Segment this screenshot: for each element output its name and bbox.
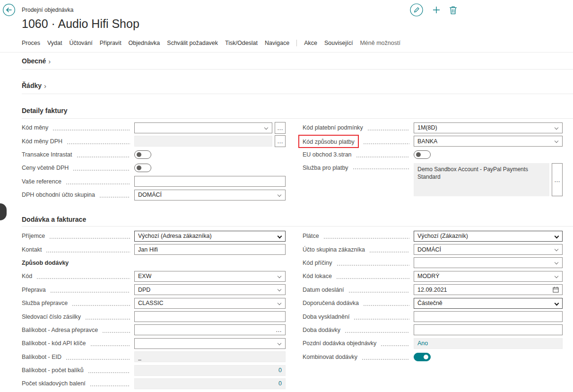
- dotted-leader: [99, 197, 130, 198]
- lookup-ellipsis-icon[interactable]: …: [276, 326, 282, 333]
- outbound-whse-time-label: Doba vyskladnění: [303, 314, 349, 320]
- balikobot-package-count-label: Balíkobot - počet balíků: [22, 367, 84, 374]
- menu-mene-moznosti[interactable]: Méně možností: [360, 40, 400, 46]
- menu-vydat[interactable]: Vydat: [47, 40, 62, 46]
- payment-service-assist-button[interactable]: …: [552, 163, 563, 196]
- customer-posting-group-label: Účto skupina zákazníka: [303, 246, 365, 253]
- vat-currency-code-field: [134, 136, 272, 147]
- breadcrumb[interactable]: Prodejní objednávka: [22, 7, 73, 13]
- section-divider: [22, 226, 573, 226]
- field-row-payment-terms: Kód platební podmínky 1M(8D): [303, 121, 563, 134]
- field-row-ship-to: Příjemce Výchozí (Adresa zákazníka): [22, 229, 286, 243]
- field-row-reason-code: Kód příčiny: [303, 256, 563, 270]
- chevron-down-icon: [555, 274, 559, 279]
- chevron-right-icon: ›: [44, 82, 46, 89]
- payment-terms-combobox[interactable]: 1M(8D): [414, 122, 563, 133]
- menu-navigace[interactable]: Navigace: [265, 40, 289, 46]
- ship-to-select[interactable]: Výchozí (Adresa zákazníka): [134, 231, 286, 242]
- section-obecne[interactable]: Obecné ›: [22, 57, 51, 65]
- reason-code-combobox[interactable]: [414, 257, 563, 268]
- vat-bus-group-combobox[interactable]: DOMÁCÍ: [134, 190, 286, 200]
- shipment-date-input[interactable]: 12.09.2021: [414, 284, 563, 295]
- dotted-leader: [363, 305, 409, 306]
- field-row-shipping-time: Doba dodávky: [303, 323, 563, 337]
- menu-divider: [296, 40, 297, 46]
- calendar-icon[interactable]: [553, 287, 559, 293]
- sales-order-page: Prodejní objednávka 1060 · Audio Hifi Sh…: [0, 0, 573, 392]
- field-row-bill-to: Plátce Výchozí (Zákazník): [303, 229, 563, 243]
- payment-method-combobox[interactable]: BANKA: [414, 136, 563, 147]
- agent-service-combobox[interactable]: CLASSIC: [134, 298, 286, 309]
- balikobot-address-input[interactable]: …: [134, 324, 286, 335]
- dotted-leader: [381, 345, 409, 346]
- shipping-advice-select[interactable]: Částečně: [414, 298, 563, 309]
- chevron-down-icon: [264, 126, 269, 130]
- field-row-late-order-shipping: Pozdní dodávka objednávky Ano: [303, 337, 563, 350]
- combine-shipments-toggle[interactable]: [414, 353, 431, 361]
- your-reference-label: Vaše reference: [22, 178, 61, 185]
- dotted-leader: [66, 183, 130, 184]
- dotted-leader: [354, 319, 409, 320]
- edit-button[interactable]: [409, 3, 424, 17]
- currency-code-assist-button[interactable]: …: [275, 122, 286, 134]
- dotted-leader: [367, 130, 409, 131]
- section-detaily-faktury[interactable]: Detaily faktury: [22, 107, 67, 114]
- field-row-shipment-code: Kód EXW: [22, 270, 286, 283]
- intrastat-toggle[interactable]: [134, 150, 151, 159]
- dotted-leader: [88, 372, 130, 373]
- prices-incl-vat-toggle[interactable]: [134, 164, 151, 172]
- back-arrow-icon: [2, 3, 16, 17]
- dotted-leader: [77, 157, 130, 157]
- your-reference-input[interactable]: [134, 176, 286, 187]
- dotted-leader: [66, 359, 130, 360]
- balikobot-api-key-combobox[interactable]: [134, 338, 286, 349]
- currency-code-combobox[interactable]: [134, 122, 272, 133]
- section-radky[interactable]: Řádky ›: [22, 82, 46, 89]
- shipping-agent-combobox[interactable]: DPD: [134, 284, 286, 295]
- dotted-leader: [356, 157, 409, 157]
- chevron-down-icon: [555, 126, 559, 130]
- bill-to-select[interactable]: Výchozí (Zákazník): [414, 231, 563, 242]
- vat-currency-code-assist-button[interactable]: …: [275, 135, 286, 147]
- menu-schvalit-pozadavek[interactable]: Schválit požadavek: [167, 40, 218, 46]
- tracking-no-label: Sledovací číslo zásilky: [22, 314, 81, 320]
- field-row-combine-shipments: Kombinovat dodávky: [303, 350, 563, 364]
- menu-proces[interactable]: Proces: [22, 40, 40, 46]
- menu-tisk-odeslat[interactable]: Tisk/Odeslat: [225, 40, 258, 46]
- menu-pripravit[interactable]: Připravit: [100, 40, 122, 46]
- shipping-time-input[interactable]: [414, 324, 563, 335]
- contact-input[interactable]: Jan Hifi: [134, 244, 286, 255]
- menu-objednavka[interactable]: Objednávka: [129, 40, 160, 46]
- back-button[interactable]: [2, 3, 16, 18]
- dotted-leader: [52, 130, 130, 131]
- balikobot-package-count-field: 0: [134, 365, 286, 376]
- side-pane-handle[interactable]: [0, 203, 7, 220]
- menu-souvisejici[interactable]: Související: [324, 40, 353, 46]
- shipping-time-label: Doba dodávky: [303, 327, 340, 333]
- dotted-leader: [348, 292, 409, 293]
- section-divider: [22, 118, 573, 119]
- dotted-leader: [353, 168, 409, 169]
- location-code-combobox[interactable]: MODRÝ: [414, 271, 563, 282]
- new-button[interactable]: [432, 6, 441, 14]
- eu-3party-toggle[interactable]: [414, 150, 431, 159]
- chevron-down-icon: [555, 301, 559, 305]
- field-row-shipping-agent: Přeprava DPD: [22, 283, 286, 296]
- field-row-your-reference: Vaše reference: [22, 175, 286, 188]
- balikobot-api-key-label: Balíkobot - kód API klíče: [22, 340, 86, 347]
- payment-service-label: Služba pro platby: [303, 165, 348, 171]
- section-dodavka-fakturace[interactable]: Dodávka a fakturace: [22, 216, 86, 223]
- customer-posting-group-combobox[interactable]: DOMÁCÍ: [414, 244, 563, 255]
- outbound-whse-time-input[interactable]: [414, 311, 563, 322]
- delete-button[interactable]: [449, 6, 457, 15]
- menu-akce[interactable]: Akce: [304, 40, 317, 46]
- dotted-leader: [102, 332, 130, 333]
- menubar-divider: [0, 52, 573, 52]
- invoice-right-column: Kód platební podmínky 1M(8D) Kód způsobu…: [303, 121, 563, 197]
- menu-uctovani[interactable]: Účtování: [69, 40, 92, 46]
- shipment-code-combobox[interactable]: EXW: [134, 271, 286, 282]
- dotted-leader: [337, 265, 409, 266]
- group-row-shipment-method: Způsob dodávky: [22, 256, 286, 270]
- tracking-no-input[interactable]: [134, 311, 286, 322]
- field-row-payment-service: Služba pro platby Demo Sandbox Account -…: [303, 161, 563, 197]
